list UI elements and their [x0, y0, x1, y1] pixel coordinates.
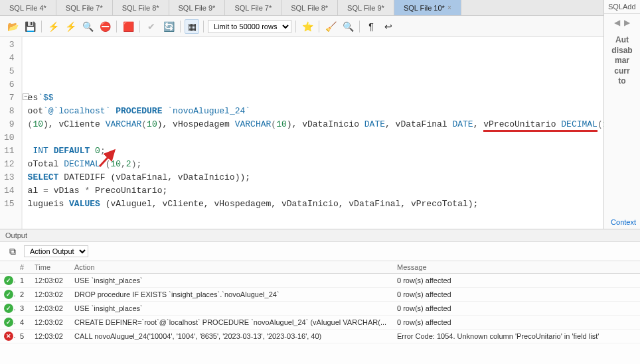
- close-icon[interactable]: ×: [447, 4, 451, 11]
- col-action[interactable]: Action: [70, 261, 393, 274]
- success-icon: ✓: [4, 276, 13, 285]
- find-icon[interactable]: 🔍: [341, 19, 355, 34]
- log-action: USE `insight_places`: [70, 274, 393, 288]
- editor-tabs: SQL File 4* SQL File 7* SQL File 8* SQL …: [0, 0, 603, 16]
- commit-icon[interactable]: ✔: [144, 19, 159, 34]
- tab-sql-file-10[interactable]: SQL File 10* ×: [394, 0, 461, 15]
- tab-label: SQL File 4*: [9, 4, 46, 12]
- tab-sql-file-9b[interactable]: SQL File 9*: [338, 0, 394, 15]
- nav-prev-icon[interactable]: ◀: [614, 18, 620, 27]
- save-icon[interactable]: 💾: [23, 19, 37, 34]
- code-line[interactable]: (10), vCliente VARCHAR(10), vHospedagem …: [28, 118, 603, 131]
- log-message: Error Code: 1054. Unknown column 'PrecoU…: [393, 330, 640, 343]
- log-index: 1: [16, 274, 31, 288]
- col-time[interactable]: Time: [31, 261, 70, 274]
- open-file-icon[interactable]: 📂: [5, 19, 20, 34]
- rollback-icon[interactable]: 🔄: [161, 19, 176, 34]
- code-editor[interactable]: 3456789101112131415 − es`$$oot`@`localho…: [0, 37, 603, 229]
- log-action: DROP procedure IF EXISTS `insight_places…: [70, 288, 393, 302]
- log-index: 5: [16, 330, 31, 343]
- code-line[interactable]: es`$$: [28, 91, 603, 105]
- line-number: 8: [4, 105, 15, 118]
- tab-sql-file-7a[interactable]: SQL File 7*: [56, 0, 113, 15]
- explain-icon[interactable]: 🔍: [80, 19, 95, 34]
- tab-sql-file-8b[interactable]: SQL File 8*: [281, 0, 338, 15]
- line-number: 9: [4, 118, 15, 131]
- line-number: 15: [4, 198, 15, 211]
- code-line[interactable]: lugueis VALUES (vAluguel, vCliente, vHos…: [28, 198, 603, 211]
- code-line[interactable]: al = vDias * PrecoUnitario;: [28, 184, 603, 198]
- record-icon[interactable]: 🟥: [121, 19, 135, 34]
- line-number: 6: [4, 78, 15, 91]
- code-line[interactable]: [28, 211, 603, 224]
- output-copy-icon[interactable]: ⧉: [5, 244, 20, 259]
- log-row[interactable]: ✓312:03:02USE `insight_places`0 row(s) a…: [0, 302, 640, 316]
- separator: [203, 21, 204, 32]
- stop-icon[interactable]: ⛔: [98, 19, 112, 34]
- beautify-icon[interactable]: 🧹: [323, 19, 338, 34]
- context-help-link[interactable]: Context: [604, 215, 640, 229]
- code-line[interactable]: [28, 224, 603, 229]
- tab-label: SQL File 9*: [179, 4, 216, 12]
- tab-sql-file-4[interactable]: SQL File 4*: [0, 0, 56, 15]
- output-title: Output: [0, 229, 640, 242]
- log-index: 3: [16, 302, 31, 316]
- success-icon: ✓: [4, 318, 13, 327]
- log-row[interactable]: ✓212:03:02DROP procedure IF EXISTS `insi…: [0, 288, 640, 302]
- side-panel-title: SQLAdd: [604, 0, 640, 14]
- row-limit-select[interactable]: Limit to 50000 rows: [208, 20, 291, 33]
- col-index[interactable]: #: [16, 261, 31, 274]
- col-message[interactable]: Message: [393, 261, 640, 274]
- output-mode-select[interactable]: Action Output: [24, 245, 88, 257]
- log-row[interactable]: ✓112:03:02USE `insight_places`0 row(s) a…: [0, 274, 640, 288]
- line-number: 11: [4, 145, 15, 158]
- log-time: 12:03:02: [31, 316, 70, 330]
- output-log-table: # Time Action Message ✓112:03:02USE `ins…: [0, 261, 640, 343]
- code-line[interactable]: [28, 78, 603, 91]
- line-number-gutter: 3456789101112131415: [0, 37, 22, 229]
- code-line[interactable]: oot`@`localhost` PROCEDURE `novoAluguel_…: [28, 105, 603, 118]
- autocommit-icon[interactable]: ▦: [185, 19, 199, 34]
- line-number: 12: [4, 158, 15, 171]
- line-number: 14: [4, 184, 15, 198]
- side-panel: SQLAdd ◀ ▶ Aut disab mar curr to Context: [603, 0, 640, 229]
- code-lines[interactable]: es`$$oot`@`localhost` PROCEDURE `novoAlu…: [23, 37, 603, 229]
- success-icon: ✓: [4, 304, 13, 313]
- log-row[interactable]: ✓412:03:02CREATE DEFINER=`root`@`localho…: [0, 316, 640, 330]
- log-message: 0 row(s) affected: [393, 316, 640, 330]
- tab-label: SQL File 8*: [291, 4, 328, 12]
- log-message: 0 row(s) affected: [393, 302, 640, 316]
- tab-label: SQL File 7*: [66, 4, 103, 12]
- nav-next-icon[interactable]: ▶: [624, 18, 630, 27]
- output-panel: Output ⧉ Action Output # Time Action Mes…: [0, 229, 640, 364]
- log-time: 12:03:02: [31, 302, 70, 316]
- code-line[interactable]: INT DEFAULT 0;: [28, 145, 603, 158]
- separator: [116, 21, 117, 32]
- execute-step-icon[interactable]: ⚡: [63, 19, 78, 34]
- tab-sql-file-8a[interactable]: SQL File 8*: [113, 0, 169, 15]
- line-number: 7: [4, 91, 15, 105]
- log-message: 0 row(s) affected: [393, 288, 640, 302]
- favorite-icon[interactable]: ⭐: [300, 19, 315, 34]
- execute-icon[interactable]: ⚡: [46, 19, 60, 34]
- error-icon: ✕: [4, 332, 13, 341]
- line-number: 4: [4, 52, 15, 65]
- word-wrap-icon[interactable]: ↩: [381, 19, 396, 34]
- log-time: 12:03:02: [31, 274, 70, 288]
- code-line[interactable]: SELECT DATEDIFF (vDataFinal, vDataInicio…: [28, 171, 603, 184]
- success-icon: ✓: [4, 290, 13, 299]
- tab-sql-file-7b[interactable]: SQL File 7*: [225, 0, 281, 15]
- editor-toolbar: 📂 💾 ⚡ ⚡ 🔍 ⛔ 🟥 ✔ 🔄 ▦ Limit to 50000 rows …: [0, 16, 603, 37]
- code-line[interactable]: oTotal DECIMAL (10,2);: [28, 158, 603, 171]
- side-help-text: Aut disab mar curr to: [604, 31, 640, 91]
- log-row[interactable]: ✕512:03:02CALL novoAluguel_24('10004', '…: [0, 330, 640, 343]
- code-line[interactable]: [28, 131, 603, 145]
- line-number: 13: [4, 171, 15, 184]
- log-time: 12:03:02: [31, 288, 70, 302]
- log-index: 2: [16, 288, 31, 302]
- log-action: CREATE DEFINER=`root`@`localhost` PROCED…: [70, 316, 393, 330]
- tab-sql-file-9a[interactable]: SQL File 9*: [169, 0, 226, 15]
- log-message: 0 row(s) affected: [393, 274, 640, 288]
- invisible-chars-icon[interactable]: ¶: [364, 19, 378, 34]
- separator: [139, 21, 140, 32]
